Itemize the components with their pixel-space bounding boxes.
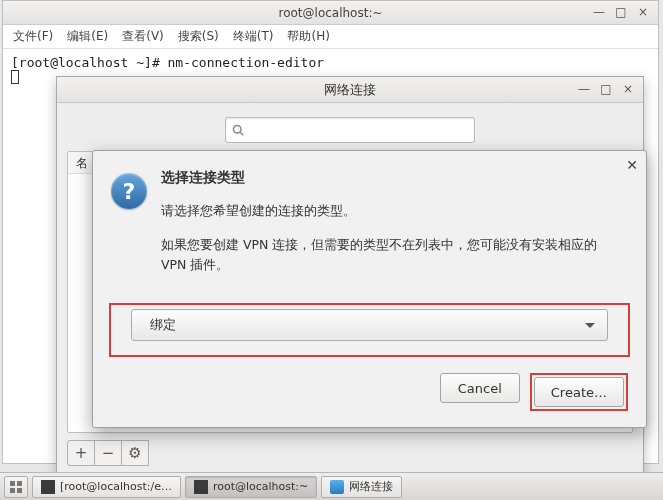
taskbar: [root@localhost:/e… root@localhost:~ 网络连… <box>0 472 663 500</box>
menu-search[interactable]: 搜索(S) <box>178 28 219 45</box>
task-label-1: [root@localhost:/e… <box>60 480 172 493</box>
terminal-menubar: 文件(F) 编辑(E) 查看(V) 搜索(S) 终端(T) 帮助(H) <box>3 25 658 49</box>
menu-view[interactable]: 查看(V) <box>122 28 164 45</box>
dialog-heading: 选择连接类型 <box>161 169 626 187</box>
menu-terminal[interactable]: 终端(T) <box>233 28 274 45</box>
chevron-down-icon <box>585 323 595 328</box>
create-label: Create… <box>551 385 607 400</box>
terminal-titlebar[interactable]: root@localhost:~ — □ × <box>3 1 658 25</box>
remove-connection-button[interactable]: − <box>94 440 122 466</box>
settings-button[interactable]: ⚙ <box>121 440 149 466</box>
launcher-icon <box>9 480 23 494</box>
dialog-close-button[interactable]: ✕ <box>626 157 638 173</box>
net-close-button[interactable]: × <box>617 80 639 98</box>
menu-help[interactable]: 帮助(H) <box>287 28 329 45</box>
close-button[interactable]: × <box>632 3 654 21</box>
minus-icon: − <box>102 444 115 462</box>
prompt-line: [root@localhost ~]# nm-connection-editor <box>11 55 324 70</box>
svg-rect-5 <box>17 488 22 493</box>
task-label-2: root@localhost:~ <box>213 480 308 493</box>
svg-rect-2 <box>10 481 15 486</box>
combo-value: 绑定 <box>150 316 176 334</box>
connection-type-dialog: ✕ ? 选择连接类型 请选择您希望创建的连接的类型。 如果您要创建 VPN 连接… <box>92 150 647 428</box>
cancel-label: Cancel <box>458 381 502 396</box>
combo-highlight: 绑定 <box>109 303 630 357</box>
search-input[interactable] <box>225 117 475 143</box>
create-highlight: Create… <box>530 373 628 411</box>
search-icon <box>232 124 244 136</box>
taskbar-item-terminal-2[interactable]: root@localhost:~ <box>185 476 317 498</box>
svg-rect-4 <box>10 488 15 493</box>
add-connection-button[interactable]: + <box>67 440 95 466</box>
terminal-icon <box>41 480 55 494</box>
plus-icon: + <box>75 444 88 462</box>
network-titlebar[interactable]: 网络连接 — □ × <box>57 77 643 103</box>
cancel-button[interactable]: Cancel <box>440 373 520 403</box>
connection-type-combo[interactable]: 绑定 <box>131 309 608 341</box>
terminal-icon <box>194 480 208 494</box>
task-label-3: 网络连接 <box>349 479 393 494</box>
menu-file[interactable]: 文件(F) <box>13 28 53 45</box>
create-button[interactable]: Create… <box>534 377 624 407</box>
net-minimize-button[interactable]: — <box>573 80 595 98</box>
taskbar-item-network[interactable]: 网络连接 <box>321 476 402 498</box>
network-icon <box>330 480 344 494</box>
taskbar-launcher[interactable] <box>4 476 28 498</box>
terminal-title: root@localhost:~ <box>278 6 382 20</box>
gear-icon: ⚙ <box>128 444 141 462</box>
dialog-line1: 请选择您希望创建的连接的类型。 <box>161 201 626 221</box>
net-maximize-button[interactable]: □ <box>595 80 617 98</box>
cursor <box>11 70 19 84</box>
dialog-line2: 如果您要创建 VPN 连接，但需要的类型不在列表中，您可能没有安装相应的 VPN… <box>161 235 626 275</box>
network-title: 网络连接 <box>324 81 376 99</box>
question-icon: ? <box>111 173 147 209</box>
list-toolbar: + − ⚙ <box>67 439 633 467</box>
svg-point-0 <box>234 126 242 134</box>
svg-line-1 <box>240 132 243 135</box>
svg-rect-3 <box>17 481 22 486</box>
minimize-button[interactable]: — <box>588 3 610 21</box>
menu-edit[interactable]: 编辑(E) <box>67 28 108 45</box>
maximize-button[interactable]: □ <box>610 3 632 21</box>
taskbar-item-terminal-1[interactable]: [root@localhost:/e… <box>32 476 181 498</box>
